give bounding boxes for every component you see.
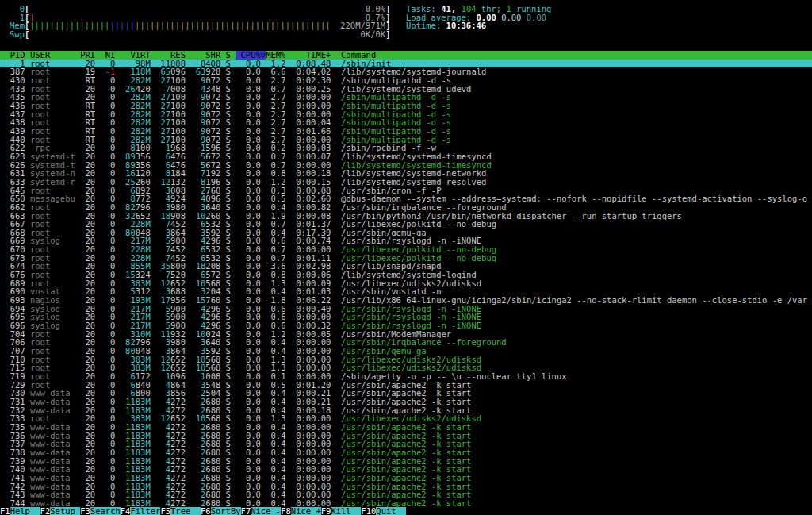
fkey-f3-search[interactable]: F3Search bbox=[80, 507, 121, 515]
process-row-pid-694[interactable]: 694 syslog 20 0 217M 5900 4296 S 0.0 0.6… bbox=[0, 305, 812, 313]
cell-res: 12 bbox=[160, 414, 170, 423]
process-row-pid-738[interactable]: 738 www-data 20 0 1183M 4272 2680 S 0.0 … bbox=[0, 448, 812, 457]
process-row-pid-440[interactable]: 440 root RT 0 282M 27100 9072 S 0.0 2.7 … bbox=[0, 136, 812, 144]
cell-res bbox=[155, 465, 166, 474]
process-row-pid-433[interactable]: 433 root 20 0 26420 7008 4348 S 0.0 0.7 … bbox=[0, 85, 812, 94]
process-row-pid-645[interactable]: 645 root 20 0 6892 3008 2760 S 0.0 0.3 0… bbox=[0, 186, 812, 195]
process-row-pid-729[interactable]: 729 root 20 0 6840 4864 3548 S 0.0 0.5 0… bbox=[0, 381, 812, 390]
cell-priority: 20 bbox=[80, 305, 95, 313]
fkey-f2-setup[interactable]: F2Setup bbox=[40, 507, 81, 515]
process-row-pid-631[interactable]: 631 systemd-n 20 0 16120 8184 7192 S 0.0… bbox=[0, 169, 812, 178]
process-row-pid-622[interactable]: 622 _rpc 20 0 8100 1968 1596 S 0.0 0.2 0… bbox=[0, 144, 812, 152]
process-row-pid-715[interactable]: 715 root 20 0 383M 12652 10568 S 0.0 1.3… bbox=[0, 363, 812, 372]
cell-priority: 20 bbox=[80, 212, 95, 221]
process-row-pid-740[interactable]: 740 www-data 20 0 1183M 4272 2680 S 0.0 … bbox=[0, 465, 812, 474]
cell-nice: 0 bbox=[100, 287, 115, 296]
column-header-res[interactable]: RES bbox=[155, 51, 186, 60]
process-row-pid-742[interactable]: 742 www-data 20 0 1183M 4272 2680 S 0.0 … bbox=[0, 482, 812, 491]
column-header-time[interactable]: TIME+ bbox=[291, 51, 331, 60]
cell-res: 100 bbox=[170, 110, 186, 119]
cell-res: 932 bbox=[170, 330, 186, 339]
process-row-pid-743[interactable]: 743 www-data 20 0 1183M 4272 2680 S 0.0 … bbox=[0, 490, 812, 499]
column-header-shr[interactable]: SHR bbox=[190, 51, 220, 60]
process-row-pid-695[interactable]: 695 syslog 20 0 217M 5900 4296 S 0.0 0.6… bbox=[0, 313, 812, 321]
fkey-f6-sortby[interactable]: F6SortBy bbox=[201, 507, 241, 515]
process-row-pid-733[interactable]: 733 root 20 0 383M 12652 10568 S 0.0 1.3… bbox=[0, 414, 812, 423]
process-row-pid-696[interactable]: 696 syslog 20 0 217M 5900 4296 S 0.0 0.6… bbox=[0, 321, 812, 330]
cell-mem-percent: 0.4 bbox=[266, 440, 285, 448]
column-header-mem[interactable]: MEM% bbox=[266, 51, 285, 60]
process-row-pid-1[interactable]: 1 root 20 0 98M 11808 8408 S 0.0 1.2 0:0… bbox=[0, 60, 812, 68]
process-row-pid-438[interactable]: 438 root RT 0 282M 27100 9072 S 0.0 2.7 … bbox=[0, 118, 812, 127]
cell-shr: 296 bbox=[205, 305, 220, 313]
fkey-f4-filter[interactable]: F4Filter bbox=[121, 507, 161, 515]
process-row-pid-710[interactable]: 710 root 20 0 383M 12652 10568 S 0.0 1.3… bbox=[0, 356, 812, 364]
cell-command: /lib/systemd/systemd-timesyncd bbox=[341, 152, 492, 161]
cell-mem-percent: 2.7 bbox=[266, 118, 285, 127]
process-row-pid-439[interactable]: 439 root RT 0 282M 27100 9072 S 0.0 2.7 … bbox=[0, 127, 812, 136]
cell-virt: 383M bbox=[130, 363, 150, 372]
column-header-pid[interactable]: PID bbox=[0, 51, 25, 60]
column-header-virt[interactable]: VIRT bbox=[121, 51, 151, 60]
process-row-pid-693[interactable]: 693 nagios 20 0 193M 17956 15760 S 0.0 1… bbox=[0, 296, 812, 305]
process-row-pid-633[interactable]: 633 systemd-r 20 0 25260 12132 8196 S 0.… bbox=[0, 178, 812, 186]
process-row-pid-731[interactable]: 731 www-data 20 0 1183M 4272 2680 S 0.0 … bbox=[0, 398, 812, 406]
process-row-pid-626[interactable]: 626 systemd-t 20 0 89356 6476 5672 S 0.0… bbox=[0, 161, 812, 170]
process-row-pid-673[interactable]: 673 root 20 0 228M 7452 6532 S 0.0 0.7 0… bbox=[0, 254, 812, 263]
cell-time: 0:00.00 bbox=[291, 432, 331, 440]
fkey-number: F9 bbox=[321, 507, 331, 515]
process-row-pid-732[interactable]: 732 www-data 20 0 1183M 4272 2680 S 0.0 … bbox=[0, 406, 812, 415]
column-header-pri[interactable]: PRI bbox=[80, 51, 95, 60]
process-row-pid-689[interactable]: 689 root 20 0 383M 12652 10568 S 0.0 1.3… bbox=[0, 279, 812, 288]
cell-cpu-percent: 0.0 bbox=[236, 203, 261, 212]
fkey-f8-nice[interactable]: F8Nice + bbox=[281, 507, 321, 515]
column-header-command[interactable]: Command bbox=[341, 51, 376, 60]
cell-virt bbox=[121, 144, 131, 152]
column-header-ni[interactable]: NI bbox=[100, 51, 115, 60]
process-row-pid-676[interactable]: 676 root 20 0 15324 7520 6572 S 0.0 0.8 … bbox=[0, 271, 812, 279]
fkey-label: Quit bbox=[376, 507, 406, 515]
fkey-f7-nice[interactable]: F7Nice - bbox=[241, 507, 282, 515]
column-header-user[interactable]: USER bbox=[30, 51, 75, 60]
cell-res: 35 bbox=[160, 262, 170, 271]
process-row-pid-387[interactable]: 387 root 19 -1 118M 65096 63928 S 0.0 6.… bbox=[0, 67, 812, 76]
cell-pid: 696 bbox=[0, 321, 25, 330]
cell-nice: 0 bbox=[100, 440, 115, 448]
process-row-pid-667[interactable]: 667 root 20 0 228M 7452 6532 S 0.0 0.7 0… bbox=[0, 220, 812, 229]
process-row-pid-437[interactable]: 437 root RT 0 282M 27100 9072 S 0.0 2.7 … bbox=[0, 110, 812, 119]
fkey-label: Setup bbox=[50, 507, 80, 515]
cell-cpu-percent: 0.0 bbox=[236, 127, 261, 136]
cell-cpu-percent: 0.0 bbox=[236, 330, 261, 339]
cell-cpu-percent: 0.0 bbox=[236, 372, 261, 381]
process-row-pid-690[interactable]: 690 vnstat 20 0 5312 3688 3204 S 0.0 0.4… bbox=[0, 287, 812, 296]
cell-priority: 19 bbox=[80, 67, 95, 76]
process-row-pid-650[interactable]: 650 messagebu 20 0 8772 4924 4096 S 0.0 … bbox=[0, 194, 812, 203]
cell-shr bbox=[190, 432, 201, 440]
fkey-f9-kill[interactable]: F9Kill bbox=[321, 507, 362, 515]
cell-shr: 072 bbox=[205, 110, 220, 119]
process-row-pid-741[interactable]: 741 www-data 20 0 1183M 4272 2680 S 0.0 … bbox=[0, 474, 812, 482]
process-row-pid-674[interactable]: 674 root 20 0 855M 35800 18208 S 0.0 3.6… bbox=[0, 262, 812, 271]
process-row-pid-735[interactable]: 735 www-data 20 0 1183M 4272 2680 S 0.0 … bbox=[0, 423, 812, 432]
process-row-pid-435[interactable]: 435 root 20 0 282M 27100 9072 S 0.0 2.7 … bbox=[0, 93, 812, 102]
process-row-pid-736[interactable]: 736 www-data 20 0 1183M 4272 2680 S 0.0 … bbox=[0, 432, 812, 440]
column-header-cpu-sorted[interactable]: CPU%▽ bbox=[236, 51, 266, 60]
fkey-f10-quit[interactable]: F10Quit bbox=[361, 507, 406, 515]
process-row-pid-663[interactable]: 663 root 20 0 32652 18908 10260 S 0.0 1.… bbox=[0, 212, 812, 221]
process-row-pid-662[interactable]: 662 root 20 0 82796 3980 3640 S 0.0 0.4 … bbox=[0, 203, 812, 212]
process-row-pid-707[interactable]: 707 root 20 0 80048 3864 3592 S 0.0 0.4 … bbox=[0, 347, 812, 356]
process-row-pid-730[interactable]: 730 www-data 20 0 6800 3856 2504 S 0.0 0… bbox=[0, 389, 812, 398]
process-row-pid-623[interactable]: 623 systemd-t 20 0 89356 6476 5672 S 0.0… bbox=[0, 152, 812, 161]
process-row-pid-719[interactable]: 719 root 20 0 6172 1096 1008 S 0.0 0.1 0… bbox=[0, 372, 812, 381]
process-row-pid-737[interactable]: 737 www-data 20 0 1183M 4272 2680 S 0.0 … bbox=[0, 440, 812, 448]
process-row-pid-430[interactable]: 430 root RT 0 282M 27100 9072 S 0.0 2.7 … bbox=[0, 76, 812, 85]
fkey-f5-tree[interactable]: F5Tree bbox=[160, 507, 201, 515]
process-row-pid-670[interactable]: 670 root 20 0 228M 7452 6532 S 0.0 0.7 0… bbox=[0, 245, 812, 254]
process-row-pid-706[interactable]: 706 root 20 0 82796 3980 3640 S 0.0 0.4 … bbox=[0, 338, 812, 347]
process-row-pid-436[interactable]: 436 root RT 0 282M 27100 9072 S 0.0 2.7 … bbox=[0, 102, 812, 110]
process-row-pid-704[interactable]: 704 root 20 0 310M 11932 10024 S 0.0 1.2… bbox=[0, 330, 812, 339]
process-row-pid-668[interactable]: 668 root 20 0 80048 3864 3592 S 0.0 0.4 … bbox=[0, 229, 812, 237]
process-row-pid-739[interactable]: 739 www-data 20 0 1183M 4272 2680 S 0.0 … bbox=[0, 457, 812, 466]
fkey-f1-help[interactable]: F1Help bbox=[0, 507, 40, 515]
process-row-pid-669[interactable]: 669 syslog 20 0 217M 5900 4296 S 0.0 0.6… bbox=[0, 236, 812, 245]
